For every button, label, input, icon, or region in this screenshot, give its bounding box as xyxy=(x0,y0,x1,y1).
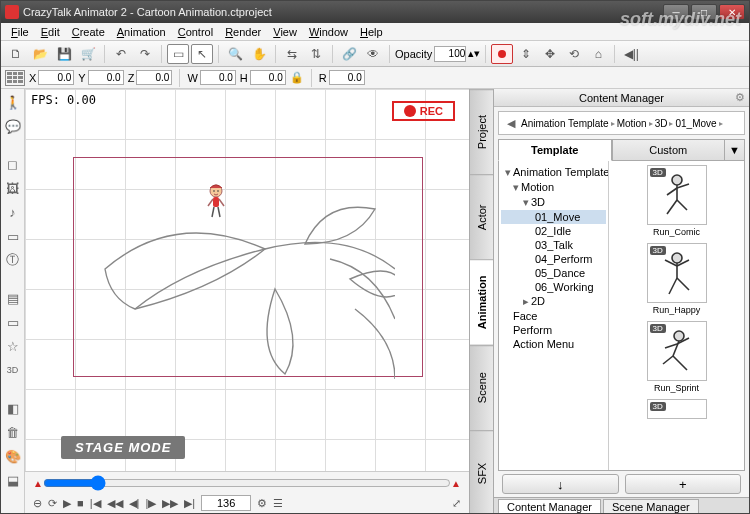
bottom-tab-content-manager[interactable]: Content Manager xyxy=(498,499,601,514)
store-button[interactable]: 🛒 xyxy=(77,44,99,64)
tree-item-04-perform[interactable]: 04_Perform xyxy=(501,252,606,266)
tree-3d[interactable]: ▾3D xyxy=(501,195,606,210)
select-tool[interactable]: ▭ xyxy=(167,44,189,64)
trash-icon[interactable]: 🗑 xyxy=(4,423,22,441)
breadcrumb-seg-2[interactable]: 3D xyxy=(655,118,668,129)
menu-help[interactable]: Help xyxy=(354,26,389,38)
coord-r-input[interactable] xyxy=(329,70,365,85)
palette-icon[interactable]: 🎨 xyxy=(4,447,22,465)
record-button[interactable] xyxy=(491,44,513,64)
loop-button[interactable]: ⟳ xyxy=(48,497,57,510)
tree-motion[interactable]: ▾Motion xyxy=(501,180,606,195)
apply-button[interactable]: ↓ xyxy=(502,474,619,494)
stage-viewport[interactable]: FPS: 0.00 REC xyxy=(25,89,469,471)
crosshair-button[interactable]: ✥ xyxy=(539,44,561,64)
tree-item-02-idle[interactable]: 02_Idle xyxy=(501,224,606,238)
tab-scene[interactable]: Scene xyxy=(470,345,493,430)
coord-x-input[interactable] xyxy=(38,70,74,85)
close-button[interactable]: ✕ xyxy=(719,4,745,20)
panel-gear-icon[interactable]: ⚙ xyxy=(735,91,745,104)
breadcrumb-seg-1[interactable]: Motion xyxy=(617,118,647,129)
tree-root[interactable]: ▾Animation Template xyxy=(501,165,606,180)
breadcrumb-seg-0[interactable]: Animation Template xyxy=(521,118,609,129)
timeline-scrubber[interactable] xyxy=(43,475,451,491)
face-icon[interactable]: ◻ xyxy=(4,155,22,173)
go-end-button[interactable]: ▶| xyxy=(184,497,195,510)
undo-button[interactable]: ↶ xyxy=(110,44,132,64)
image-icon[interactable]: 🖼 xyxy=(4,179,22,197)
link-button[interactable]: 🔗 xyxy=(338,44,360,64)
timeline-view-button[interactable]: ☰ xyxy=(273,497,283,510)
add-button[interactable]: + xyxy=(625,474,742,494)
breadcrumb-back-icon[interactable]: ◀ xyxy=(503,117,519,130)
actor-icon[interactable]: 🚶 xyxy=(4,93,22,111)
tab-more-icon[interactable]: ▼ xyxy=(725,139,745,161)
redo-button[interactable]: ↷ xyxy=(134,44,156,64)
chat-icon[interactable]: 💬 xyxy=(4,117,22,135)
menu-create[interactable]: Create xyxy=(66,26,111,38)
stage-icon[interactable]: ▭ xyxy=(4,313,22,331)
save-button[interactable]: 💾 xyxy=(53,44,75,64)
tree-face[interactable]: Face xyxy=(501,309,606,323)
menu-animation[interactable]: Animation xyxy=(111,26,172,38)
coord-w-input[interactable] xyxy=(200,70,236,85)
step-back-button[interactable]: ◀◀ xyxy=(107,497,123,510)
flip-h-button[interactable]: ⇆ xyxy=(281,44,303,64)
opacity-input[interactable] xyxy=(434,46,466,62)
look-button[interactable]: 👁 xyxy=(362,44,384,64)
tab-sfx[interactable]: SFX xyxy=(470,430,493,514)
thumb-partial[interactable]: 3D xyxy=(613,399,740,419)
grid-snap-icon[interactable] xyxy=(5,70,25,86)
tab-actor[interactable]: Actor xyxy=(470,174,493,259)
minimize-button[interactable]: ─ xyxy=(663,4,689,20)
hand-button[interactable]: ✋ xyxy=(248,44,270,64)
person-icon[interactable]: ☆ xyxy=(4,337,22,355)
tree-2d[interactable]: ▸2D xyxy=(501,294,606,309)
breadcrumb-seg-3[interactable]: 01_Move xyxy=(675,118,716,129)
loop-off-button[interactable]: ⊖ xyxy=(33,497,42,510)
thumb-run-sprint[interactable]: 3D Run_Sprint xyxy=(613,321,740,393)
menu-control[interactable]: Control xyxy=(172,26,219,38)
play-button[interactable]: ▶ xyxy=(63,497,71,510)
step-fwd-button[interactable]: ▶▶ xyxy=(162,497,178,510)
tree-item-03-talk[interactable]: 03_Talk xyxy=(501,238,606,252)
tab-animation[interactable]: Animation xyxy=(470,259,493,344)
tree-perform[interactable]: Perform xyxy=(501,323,606,337)
3d-icon[interactable]: 3D xyxy=(4,361,22,379)
menu-window[interactable]: Window xyxy=(303,26,354,38)
menu-file[interactable]: File xyxy=(5,26,35,38)
bottom-tab-scene-manager[interactable]: Scene Manager xyxy=(603,499,699,514)
tab-project[interactable]: Project xyxy=(470,89,493,174)
maximize-button[interactable]: □ xyxy=(691,4,717,20)
stop-button[interactable]: ■ xyxy=(77,497,84,509)
tool5-icon[interactable]: ⬓ xyxy=(4,471,22,489)
refresh-button[interactable]: ⟲ xyxy=(563,44,585,64)
out-marker-icon[interactable]: ▲ xyxy=(451,478,461,489)
new-project-button[interactable]: 🗋 xyxy=(5,44,27,64)
tree-item-01-move[interactable]: 01_Move xyxy=(501,210,606,224)
tab-custom[interactable]: Custom xyxy=(612,139,726,161)
coord-z-input[interactable] xyxy=(136,70,172,85)
anchor-button[interactable]: ⇕ xyxy=(515,44,537,64)
tree-action-menu[interactable]: Action Menu xyxy=(501,337,606,351)
open-button[interactable]: 📂 xyxy=(29,44,51,64)
zoom-button[interactable]: 🔍 xyxy=(224,44,246,64)
tree-item-06-working[interactable]: 06_Working xyxy=(501,280,606,294)
widget-icon[interactable]: ▤ xyxy=(4,289,22,307)
next-frame-button[interactable]: |▶ xyxy=(145,497,156,510)
music-icon[interactable]: ♪ xyxy=(4,203,22,221)
sound-button[interactable]: ◀|| xyxy=(620,44,642,64)
video-icon[interactable]: ▭ xyxy=(4,227,22,245)
current-frame-input[interactable] xyxy=(201,495,251,511)
in-marker-icon[interactable]: ▲ xyxy=(33,478,43,489)
tab-template[interactable]: Template xyxy=(498,139,612,161)
thumb-run-happy[interactable]: 3D Run_Happy xyxy=(613,243,740,315)
tree-item-05-dance[interactable]: 05_Dance xyxy=(501,266,606,280)
thumb-run-comic[interactable]: 3D Run_Comic xyxy=(613,165,740,237)
settings-icon[interactable]: ⚙ xyxy=(257,497,267,510)
home-button[interactable]: ⌂ xyxy=(587,44,609,64)
actor-character[interactable] xyxy=(205,184,227,218)
text-tool-icon[interactable]: Ⓣ xyxy=(4,251,22,269)
cube-icon[interactable]: ◧ xyxy=(4,399,22,417)
expand-up-icon[interactable]: ⤢ xyxy=(452,497,461,510)
